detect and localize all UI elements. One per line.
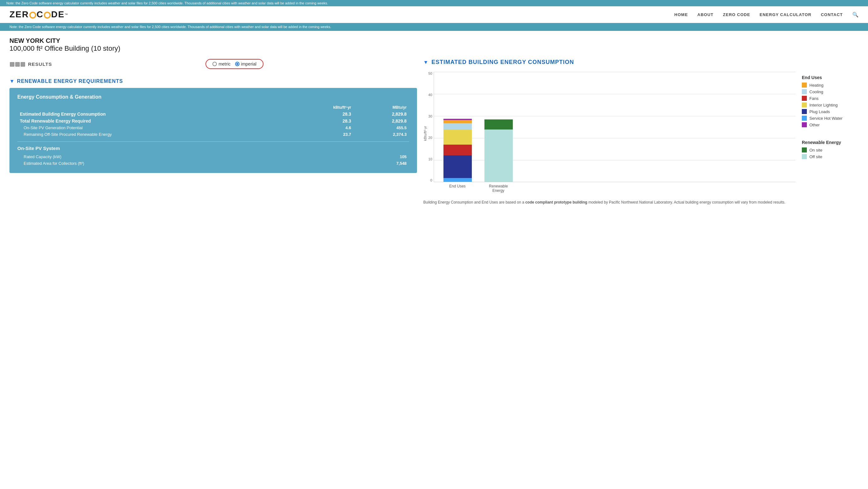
- row-label: Total Renewable Energy Required: [17, 118, 289, 125]
- table-row: Estimated Building Energy Consumption 28…: [17, 110, 409, 118]
- heating-color: [802, 83, 807, 88]
- bar-segment-plug-loads: [443, 155, 472, 178]
- bar-segment-heating: [443, 120, 472, 123]
- left-panel: ▩▩▩ RESULTS metric imperial: [9, 59, 417, 205]
- legend-item-off-site: Off site: [802, 154, 859, 159]
- metric-radio[interactable]: [212, 62, 217, 66]
- location-title: NEW YORK CITY: [9, 37, 859, 44]
- col-header-mbtu: MBtu/yr: [353, 104, 409, 110]
- legend-divider: [802, 131, 859, 136]
- building-title: 100,000 ft² Office Building (10 story): [9, 44, 859, 53]
- row-val1: 28.3: [289, 118, 353, 125]
- energy-card: Energy Consumption & Generation kBtu/ft²…: [9, 88, 417, 173]
- row-val2: 2,374.3: [353, 131, 409, 138]
- y-tick-40: 40: [428, 93, 432, 97]
- off-site-color: [802, 154, 807, 159]
- logo-o-ring: [29, 12, 36, 19]
- legend-item-interior-lighting: Interior Lighting: [802, 102, 859, 107]
- bar-segment-service-hot-water: [443, 178, 472, 182]
- pv-row-label: Estimated Area for Collectors (ft²): [17, 160, 320, 167]
- imperial-option[interactable]: imperial: [235, 61, 256, 66]
- pv-row-val2: 7,548: [342, 160, 409, 167]
- col-header-label: [17, 104, 289, 110]
- row-val2: 455.5: [353, 125, 409, 131]
- y-tick-30: 30: [428, 115, 432, 118]
- nav-contact[interactable]: CONTACT: [821, 12, 843, 17]
- bars-container: End Uses Renewable Energy: [434, 72, 796, 195]
- fans-color: [802, 96, 807, 101]
- row-label: On-Site PV Generation Potential: [17, 125, 289, 131]
- navigation: ZERCDE ™ HOME ABOUT ZERO CODE ENERGY CAL…: [0, 6, 868, 23]
- card-divider: [17, 141, 409, 142]
- row-val1: 23.7: [289, 131, 353, 138]
- nav-zero-code[interactable]: ZERO CODE: [723, 12, 750, 17]
- right-panel: ▼ ESTIMATED BUILDING ENERGY CONSUMPTION …: [423, 59, 859, 205]
- nav-home[interactable]: HOME: [675, 12, 688, 17]
- table-row: Remaining Off-Site Procured Renewable En…: [17, 131, 409, 138]
- imperial-radio[interactable]: [235, 62, 240, 66]
- nav-links: HOME ABOUT ZERO CODE ENERGY CALCULATOR C…: [675, 12, 859, 18]
- legend-item-on-site: On site: [802, 148, 859, 153]
- results-header: ▩▩▩ RESULTS: [9, 61, 52, 67]
- unit-selector-container: metric imperial: [200, 59, 269, 69]
- plug-loads-color: [802, 109, 807, 114]
- table-row: On-Site PV Generation Potential 4.6 455.…: [17, 125, 409, 131]
- on-site-color: [802, 148, 807, 153]
- chart-with-axes: kBtu/ft²·yr 50 40 30 20 10 0: [423, 72, 796, 195]
- content-row: ▩▩▩ RESULTS metric imperial: [9, 59, 859, 205]
- pv-title: On-Site PV System: [17, 145, 409, 151]
- sub-banner: Note: the Zero Code software energy calc…: [0, 23, 868, 31]
- renewable-arrow-icon[interactable]: ▼: [9, 78, 14, 84]
- pv-row-val1: [320, 154, 342, 160]
- bar-segment-cooling: [443, 123, 472, 130]
- row-val2: 2,829.8: [353, 118, 409, 125]
- chart-note: Building Energy Consumption and End Uses…: [423, 199, 859, 205]
- table-row: Estimated Area for Collectors (ft²) 7,54…: [17, 160, 409, 167]
- pv-row-label: Rated Capacity (kW): [17, 154, 320, 160]
- end-uses-stacked-bar: [443, 119, 472, 182]
- unit-selector[interactable]: metric imperial: [206, 59, 263, 69]
- bar-segment-on-site: [485, 120, 513, 130]
- table-row: Total Renewable Energy Required 28.3 2,8…: [17, 118, 409, 125]
- y-ticks: 50 40 30 20 10 0: [428, 72, 432, 182]
- cooling-color: [802, 89, 807, 94]
- energy-table: kBtu/ft²·yr MBtu/yr Estimated Building E…: [17, 104, 409, 138]
- bar-segment-fans: [443, 144, 472, 155]
- x-label-end-uses: End Uses: [443, 184, 471, 193]
- legend-item-fans: Fans: [802, 96, 859, 101]
- renewable-legend-title: Renewable Energy: [802, 140, 859, 145]
- service-hot-water-color: [802, 116, 807, 121]
- y-tick-0: 0: [428, 178, 432, 182]
- nav-energy-calculator[interactable]: ENERGY CALCULATOR: [760, 12, 811, 17]
- renewable-section-title: RENEWABLE ENERGY REQUIREMENTS: [17, 78, 123, 84]
- row-val1: 4.6: [289, 125, 353, 131]
- x-axis-labels: End Uses Renewable Energy: [434, 182, 796, 195]
- legend-item-cooling: Cooling: [802, 89, 859, 94]
- main-content: NEW YORK CITY 100,000 ft² Office Buildin…: [0, 31, 868, 211]
- chart-section-title: ESTIMATED BUILDING ENERGY CONSUMPTION: [432, 59, 574, 66]
- legend-item-plug-loads: Plug Loads: [802, 109, 859, 114]
- renewable-energy-bar-group: [485, 120, 513, 182]
- search-icon[interactable]: 🔍: [852, 12, 859, 18]
- chart-section-header: ▼ ESTIMATED BUILDING ENERGY CONSUMPTION: [423, 59, 859, 66]
- renewable-section-header: ▼ RENEWABLE ENERGY REQUIREMENTS: [9, 78, 417, 84]
- interior-lighting-color: [802, 102, 807, 107]
- renewable-stacked-bar: [485, 120, 513, 182]
- pv-row-val2: 105: [342, 154, 409, 160]
- y-tick-10: 10: [428, 158, 432, 161]
- x-label-renewable: Renewable Energy: [484, 184, 513, 193]
- pv-table: Rated Capacity (kW) 105 Estimated Area f…: [17, 154, 409, 167]
- y-axis-title: kBtu/ft²·yr: [423, 72, 427, 195]
- other-color: [802, 122, 807, 127]
- nav-about[interactable]: ABOUT: [698, 12, 714, 17]
- y-tick-20: 20: [428, 136, 432, 139]
- metric-option[interactable]: metric: [212, 61, 230, 66]
- chart-arrow-icon[interactable]: ▼: [423, 60, 428, 65]
- logo-trademark: ™: [65, 13, 68, 17]
- chart-area: kBtu/ft²·yr 50 40 30 20 10 0: [423, 72, 859, 195]
- row-val1: 28.3: [289, 110, 353, 118]
- legend-item-service-hot-water: Service Hot Water: [802, 116, 859, 121]
- logo: ZERCDE ™: [9, 9, 68, 20]
- top-banner: Note: the Zero Code software energy calc…: [0, 0, 868, 6]
- end-uses-bar-group: [443, 119, 472, 182]
